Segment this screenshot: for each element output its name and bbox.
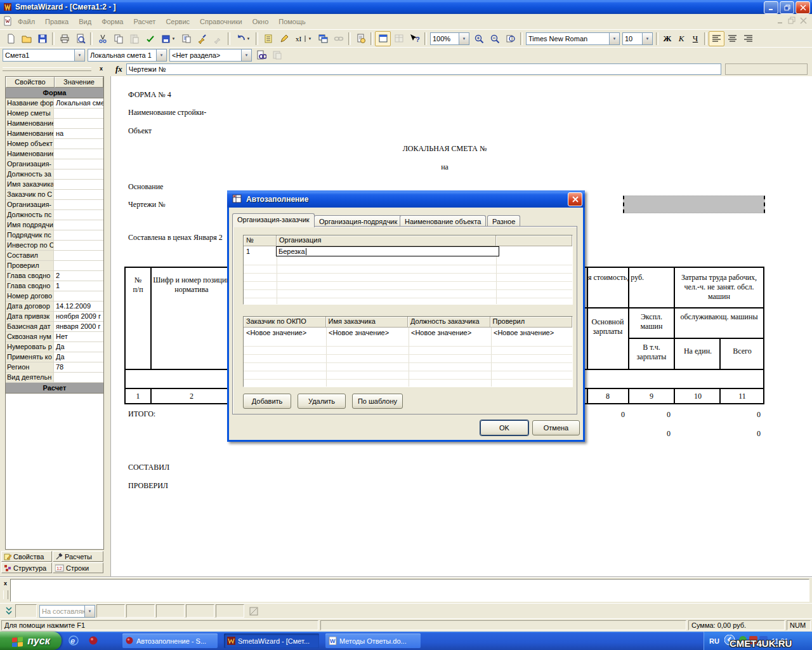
organization-edit-field[interactable]: Березка [276, 246, 499, 256]
autofill-dialog[interactable]: Автозаполнение Организация-заказчик Орга… [227, 190, 585, 442]
grid-column-header[interactable]: Проверил [490, 317, 573, 328]
property-row[interactable]: Применять ко Да [6, 352, 103, 362]
paste-icon[interactable] [126, 31, 142, 46]
menu-item[interactable]: Правка [40, 14, 74, 29]
property-row[interactable]: Составил [6, 251, 103, 261]
menu-item[interactable]: Файл [13, 14, 40, 29]
menu-item[interactable]: Справочники [195, 14, 247, 29]
new-value-cell[interactable]: <Новое значение> [409, 328, 491, 338]
structure-copy-icon[interactable] [269, 48, 285, 63]
quicklaunch-ie-icon[interactable]: e [69, 635, 79, 647]
grid-column-header[interactable]: Организация [277, 235, 496, 246]
restore-button[interactable] [780, 1, 794, 14]
property-row[interactable]: Имя подрядчи [6, 220, 103, 230]
mdi-minimize-icon[interactable] [776, 17, 785, 26]
property-row[interactable]: Номер догово [6, 291, 103, 302]
undo-icon[interactable]: ▼ [232, 31, 254, 46]
text-size-tool-icon[interactable]: xI▼ [292, 31, 315, 46]
font-size-combo[interactable]: 10▼ [622, 32, 653, 45]
open-folder-icon[interactable] [18, 31, 34, 46]
mdi-close-icon[interactable] [799, 17, 808, 26]
print-icon[interactable] [56, 31, 72, 46]
menu-item[interactable]: Форма [96, 14, 128, 29]
property-row[interactable]: Инвестор по С [6, 241, 103, 251]
align-center-icon[interactable] [724, 31, 740, 46]
underline-button[interactable]: Ч [688, 32, 702, 46]
cancel-button[interactable]: Отмена [532, 420, 580, 435]
grid-column-header[interactable]: Заказчик по ОКПО [244, 317, 326, 328]
title-bar[interactable]: SmetaWizard - [Смета1:2 - ] [0, 0, 812, 14]
view-page-icon[interactable] [375, 31, 391, 46]
format-paint-icon[interactable] [194, 31, 210, 46]
dialog-close-icon[interactable] [568, 192, 582, 206]
cut-icon[interactable] [95, 31, 110, 46]
taskbar-window-smetawizard[interactable]: SmetaWizard - [Смет... [224, 633, 319, 648]
language-indicator[interactable]: RU [709, 637, 719, 645]
pane-close-icon[interactable]: x [1, 579, 10, 587]
pane-gripper[interactable] [3, 590, 8, 599]
customer-details-grid[interactable]: Заказчик по ОКПОИмя заказчикаДолжность з… [243, 316, 573, 387]
grid-column-header[interactable]: Имя заказчика [326, 317, 409, 328]
ok-button[interactable]: OK [480, 420, 528, 435]
tab-structure[interactable]: Структура [1, 562, 52, 573]
property-row[interactable]: Организация- [6, 200, 103, 210]
taskbar-window-autofill[interactable]: Автозаполнение - S... [122, 633, 218, 648]
align-right-icon[interactable] [740, 31, 756, 46]
chevron-down-icon[interactable]: ▼ [459, 33, 469, 44]
taskbar-window-word-doc[interactable]: W Методы Ответы.do... [325, 633, 421, 648]
grid-column-header[interactable] [496, 235, 572, 246]
menu-item[interactable]: Сервис [160, 14, 195, 29]
save-all-icon[interactable]: ▼ [158, 31, 178, 46]
chevron-down-icon[interactable]: ▼ [156, 50, 166, 61]
formula-input[interactable]: Чертежи № [126, 63, 721, 75]
list-icon[interactable] [260, 31, 276, 46]
context-help-icon[interactable]: ? [407, 31, 422, 46]
brush-icon[interactable] [210, 31, 226, 46]
print-preview-icon[interactable] [72, 31, 88, 46]
property-row[interactable]: Регион 78 [6, 362, 103, 373]
font-combo[interactable]: Times New Roman▼ [526, 32, 620, 45]
copy-icon[interactable] [110, 31, 126, 46]
italic-button[interactable]: К [674, 32, 688, 46]
property-row[interactable]: Проверил [6, 261, 103, 271]
property-row[interactable]: Наименование [6, 119, 103, 129]
section-combo[interactable]: <Нет раздела>▼ [169, 49, 252, 62]
new-document-icon[interactable] [3, 31, 18, 46]
property-row[interactable]: Должность за [6, 169, 103, 180]
tab-properties[interactable]: Свойства [1, 551, 52, 562]
property-group-calc[interactable]: Расчет [6, 383, 103, 394]
zoom-page-icon[interactable] [502, 31, 518, 46]
estimate-combo[interactable]: Смета1▼ [3, 49, 85, 62]
grid-column-header[interactable]: № [244, 235, 277, 246]
property-row[interactable]: Имя заказчика [6, 180, 103, 190]
column-header-property[interactable]: Свойство [6, 77, 55, 88]
output-text-area[interactable] [10, 579, 809, 602]
zoom-in-icon[interactable] [471, 31, 487, 46]
mdi-restore-icon[interactable] [788, 17, 797, 26]
menu-item[interactable]: Вид [74, 14, 96, 29]
new-value-cell[interactable]: <Новое значение> [326, 328, 409, 338]
tab-rows[interactable]: 12 Строки [53, 562, 103, 573]
double-chevron-down-icon[interactable] [3, 604, 15, 619]
column-header-value[interactable]: Значение [55, 77, 103, 88]
components-combo[interactable]: На составляющие▼ [39, 605, 95, 618]
slashed-box-icon[interactable] [246, 604, 261, 619]
property-row[interactable]: Заказчик по С [6, 190, 103, 200]
property-row[interactable]: Дата договор 14.12.2009 [6, 302, 103, 312]
property-row[interactable]: Глава сводно 1 [6, 281, 103, 291]
quicklaunch-app-icon[interactable] [89, 636, 98, 647]
property-row[interactable]: Подрядчик пс [6, 230, 103, 241]
property-row[interactable]: Должность пс [6, 210, 103, 220]
delete-button[interactable]: Удалить [298, 394, 346, 409]
bold-button[interactable]: Ж [660, 32, 674, 46]
document-menu-icon[interactable] [3, 16, 13, 27]
menu-item[interactable]: Окно [247, 14, 274, 29]
zoom-out-icon[interactable] [487, 31, 502, 46]
cascade-windows-icon[interactable] [315, 31, 331, 46]
property-row[interactable]: Дата привязк ноября 2009 г [6, 312, 103, 322]
panel-gripper[interactable] [3, 67, 91, 71]
add-button[interactable]: Добавить [243, 394, 291, 409]
minimize-button[interactable] [764, 1, 778, 14]
new-value-cell[interactable]: <Новое значение> [244, 328, 326, 338]
pencil-tool-icon[interactable] [276, 31, 292, 46]
